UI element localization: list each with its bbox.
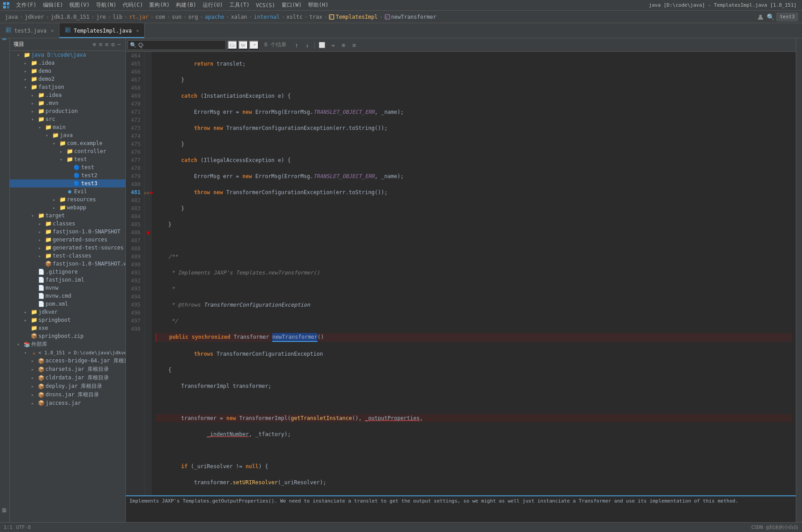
case-sensitive-btn[interactable]: Cc xyxy=(228,41,237,50)
tree-item-test3[interactable]: 🔵 test3 xyxy=(10,179,125,187)
tree-item-target[interactable]: ▾ 📁 target xyxy=(10,212,125,220)
breadcrumb-lib[interactable]: lib xyxy=(112,13,124,21)
tree-item-iml[interactable]: 📄 fastjson.iml xyxy=(10,276,125,284)
tree-item-gen-src[interactable]: ▸ 📁 generated-sources xyxy=(10,236,125,244)
avatar-icon[interactable] xyxy=(756,13,765,21)
tree-item-src[interactable]: ▾ 📁 src xyxy=(10,115,125,123)
tree-item-pom[interactable]: 📄 pom.xml xyxy=(10,300,125,308)
breadcrumb-java[interactable]: java xyxy=(4,13,19,21)
menu-file[interactable]: 文件(F) xyxy=(13,0,39,10)
tree-item-idea[interactable]: ▸ 📁 .idea xyxy=(10,59,125,67)
breadcrumb-method[interactable]: m newTransformer xyxy=(383,13,438,21)
breadcrumb-class[interactable]: C TemplatesImpl xyxy=(328,13,379,21)
menu-run[interactable]: 运行(U) xyxy=(200,0,226,10)
breadcrumb-xsltc[interactable]: xsltc xyxy=(285,13,304,21)
menu-help[interactable]: 帮助(H) xyxy=(305,0,331,10)
tree-item-test-classes[interactable]: ▸ 📁 test-classes xyxy=(10,252,125,260)
search-next-btn[interactable]: ↓ xyxy=(303,41,312,50)
tree-item-java-root[interactable]: ▾ 📁 java D:\code\java xyxy=(10,51,125,59)
search-settings-btn[interactable]: ⊕ xyxy=(339,41,348,50)
tree-item-extlib[interactable]: ▾ 📚 外部库 xyxy=(10,340,125,349)
tree-item-mvnwcmd[interactable]: 📄 mvnw.cmd xyxy=(10,292,125,300)
tree-item-test2[interactable]: 🔵 test2 xyxy=(10,171,125,179)
sidebar-expand-btn[interactable]: ≡ xyxy=(104,40,110,49)
tree-item-demo2[interactable]: ▸ 📁 demo2 xyxy=(10,75,125,83)
search-match-case-btn[interactable]: ⬜ xyxy=(317,41,326,50)
tree-item-springboot[interactable]: ▸ 📁 springboot xyxy=(10,316,125,324)
tree-item-evil[interactable]: ● Evil xyxy=(10,187,125,195)
tab-templatesimpl-close[interactable]: ✕ xyxy=(136,28,139,33)
tree-item-jaccess[interactable]: ▸ 📦 jaccess.jar xyxy=(10,399,125,407)
structure-tab[interactable]: 书签 xyxy=(0,513,9,520)
tree-item-idea2[interactable]: ▸ 📁 .idea xyxy=(10,91,125,99)
tree-item-charsets[interactable]: ▸ 📦 charsets.jar 库根目录 xyxy=(10,365,125,374)
tree-item-production[interactable]: ▸ 📁 production xyxy=(10,107,125,115)
search-prev-btn[interactable]: ↑ xyxy=(292,41,301,50)
tab-test3[interactable]: J test3.java ✕ xyxy=(0,23,59,38)
tree-item-classes[interactable]: ▸ 📁 classes xyxy=(10,220,125,228)
breadcrumb-apache[interactable]: apache xyxy=(204,13,225,21)
tree-item-mvn[interactable]: ▸ 📁 .mvn xyxy=(10,99,125,107)
expand-arrow: ▾ xyxy=(17,53,23,58)
breadcrumb-xalan[interactable]: xalan xyxy=(229,13,248,21)
code-content[interactable]: return translet; } catch (InstantiationE… xyxy=(152,52,796,495)
tree-item-access-bridge[interactable]: ▸ 📦 access-bridge-64.jar 库根目录 xyxy=(10,357,125,365)
tree-item-jdkver[interactable]: ▸ 📁 jdkver xyxy=(10,308,125,316)
menu-refactor[interactable]: 重构(R) xyxy=(146,0,172,10)
breadcrumb-com[interactable]: com xyxy=(154,13,166,21)
breadcrumb-jre[interactable]: jre xyxy=(95,13,108,21)
sidebar-settings-btn[interactable]: ⚙ xyxy=(110,40,116,49)
word-btn[interactable]: W xyxy=(238,41,248,50)
sidebar-sync-btn[interactable]: ⊕ xyxy=(92,40,97,49)
tree-item-webapp[interactable]: ▸ 📁 webapp xyxy=(10,204,125,212)
menu-vcs[interactable]: VCS(S) xyxy=(253,1,278,9)
menu-edit[interactable]: 编辑(E) xyxy=(40,0,66,10)
tree-item-jdk151[interactable]: ▾ ☕ < 1.8_151 > D:\code\java\jdkver\jdk xyxy=(10,349,125,357)
sidebar-collapse-btn[interactable]: ≡ xyxy=(98,40,104,49)
breadcrumb-org[interactable]: org xyxy=(187,13,199,21)
breadcrumb-jdkver[interactable]: jdkver xyxy=(23,13,45,21)
tree-item-test[interactable]: 🔵 test xyxy=(10,163,125,171)
menu-view[interactable]: 视图(V) xyxy=(66,0,92,10)
breadcrumb-sun[interactable]: sun xyxy=(170,13,183,21)
tree-item-mvnw[interactable]: 📄 mvnw xyxy=(10,284,125,292)
search-indent-btn[interactable]: ⇥ xyxy=(328,41,337,50)
tree-item-test-folder[interactable]: ▾ 📁 test xyxy=(10,155,125,163)
breadcrumb-trax[interactable]: trax xyxy=(308,13,324,21)
tree-item-java[interactable]: ▾ 📁 java xyxy=(10,131,125,139)
tree-item-controller[interactable]: ▸ 📁 controller xyxy=(10,147,125,155)
tree-item-comexample[interactable]: ▾ 📁 com.example xyxy=(10,139,125,147)
tree-item-gen-test-src[interactable]: ▸ 📁 generated-test-sources xyxy=(10,244,125,252)
regex-btn[interactable]: .* xyxy=(249,41,259,50)
tree-item-cldrdata[interactable]: ▸ 📦 cldrdata.jar 库根目录 xyxy=(10,374,125,382)
tree-item-gitignore[interactable]: 📄 .gitignore xyxy=(10,268,125,276)
menu-code[interactable]: 代码(C) xyxy=(120,0,146,10)
sidebar-hide-btn[interactable]: − xyxy=(116,40,122,49)
folder-icon: 📁 xyxy=(37,100,45,107)
code-editor[interactable]: 464 465 466 467 468 469 470 471 472 473 … xyxy=(126,52,796,495)
menu-tools[interactable]: 工具(T) xyxy=(227,0,253,10)
tree-item-snapshot[interactable]: ▸ 📁 fastjson-1.0-SNAPSHOT xyxy=(10,228,125,236)
breadcrumb-internal[interactable]: internal xyxy=(253,13,281,21)
tab-templatesimpl[interactable]: J TemplatesImpl.java ✕ xyxy=(59,23,145,38)
breadcrumb-jdk[interactable]: jdk1.8.0_151 xyxy=(50,13,91,21)
menu-build[interactable]: 构建(B) xyxy=(173,0,199,10)
menu-navigate[interactable]: 导航(N) xyxy=(93,0,119,10)
tree-item-xxe[interactable]: 📁 xxe xyxy=(10,324,125,332)
search-everywhere-btn[interactable]: test3 xyxy=(776,12,798,21)
tree-item-main[interactable]: ▾ 📁 main xyxy=(10,123,125,131)
tree-item-resources[interactable]: ▸ 📁 resources xyxy=(10,195,125,204)
search-filter-btn[interactable]: ≡ xyxy=(349,41,358,50)
project-tab[interactable]: 项目 xyxy=(0,40,9,47)
tree-item-zip[interactable]: 📦 springboot.zip xyxy=(10,332,125,340)
tree-item-fastjson[interactable]: ▾ 📁 fastjson xyxy=(10,83,125,91)
tree-item-war[interactable]: 📦 fastjson-1.0-SNAPSHOT.war xyxy=(10,260,125,268)
menu-window[interactable]: 窗口(W) xyxy=(279,0,305,10)
breadcrumb-rtjar[interactable]: rt.jar xyxy=(128,13,150,21)
tree-item-dnsns[interactable]: ▸ 📦 dnsns.jar 库根目录 xyxy=(10,391,125,399)
tab-test3-close[interactable]: ✕ xyxy=(51,28,54,33)
search-icon[interactable]: 🔍 xyxy=(766,13,774,21)
search-input[interactable] xyxy=(138,42,219,48)
tree-item-demo[interactable]: ▸ 📁 demo xyxy=(10,67,125,75)
tree-item-deploy[interactable]: ▸ 📦 deploy.jar 库根目录 xyxy=(10,382,125,391)
